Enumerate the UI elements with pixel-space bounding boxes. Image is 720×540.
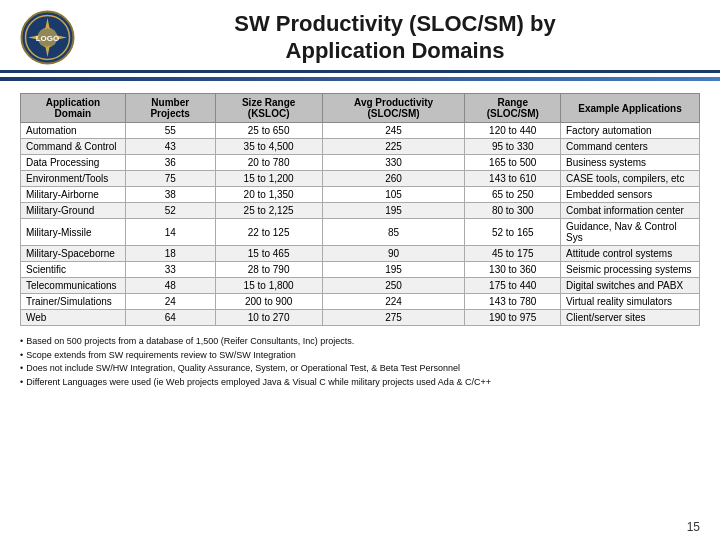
table-cell: Military-Ground [21,203,126,219]
table-cell: Web [21,310,126,326]
table-cell: Military-Missile [21,219,126,246]
table-row: Data Processing3620 to 780330165 to 500B… [21,155,700,171]
footnote-line: •Scope extends from SW requirements revi… [20,349,700,363]
table-cell: 20 to 1,350 [215,187,322,203]
table-cell: 38 [125,187,215,203]
table-cell: 15 to 1,800 [215,278,322,294]
table-row: Scientific3328 to 790195130 to 360Seismi… [21,262,700,278]
table-cell: Military-Spaceborne [21,246,126,262]
table-cell: 33 [125,262,215,278]
footnotes-section: •Based on 500 projects from a database o… [0,330,720,393]
table-row: Military-Spaceborne1815 to 4659045 to 17… [21,246,700,262]
productivity-table: Application Domain Number Projects Size … [20,93,700,326]
table-cell: 28 to 790 [215,262,322,278]
table-cell: 10 to 270 [215,310,322,326]
table-cell: 64 [125,310,215,326]
table-section: Application Domain Number Projects Size … [0,85,720,330]
table-cell: 260 [322,171,465,187]
table-cell: 65 to 250 [465,187,561,203]
table-cell: 85 [322,219,465,246]
title-block: SW Productivity (SLOC/SM) by Application… [90,11,700,64]
table-cell: 95 to 330 [465,139,561,155]
table-row: Military-Missile1422 to 1258552 to 165Gu… [21,219,700,246]
col-header-examples: Example Applications [561,94,700,123]
bullet-icon: • [20,335,23,349]
footnote-text: Different Languages were used (ie Web pr… [26,376,491,390]
col-header-projects: Number Projects [125,94,215,123]
table-cell: Virtual reality simulators [561,294,700,310]
table-cell: Trainer/Simulations [21,294,126,310]
table-header-row: Application Domain Number Projects Size … [21,94,700,123]
table-cell: 143 to 610 [465,171,561,187]
table-cell: Data Processing [21,155,126,171]
table-cell: 195 [322,262,465,278]
table-cell: 15 to 465 [215,246,322,262]
table-cell: 25 to 650 [215,123,322,139]
footnote-line: •Different Languages were used (ie Web p… [20,376,700,390]
table-cell: 22 to 125 [215,219,322,246]
table-row: Telecommunications4815 to 1,800250175 to… [21,278,700,294]
table-cell: 190 to 975 [465,310,561,326]
table-cell: Scientific [21,262,126,278]
table-cell: 80 to 300 [465,203,561,219]
table-cell: Client/server sites [561,310,700,326]
table-cell: 55 [125,123,215,139]
col-header-size: Size Range (KSLOC) [215,94,322,123]
table-cell: 175 to 440 [465,278,561,294]
table-row: Command & Control4335 to 4,50022595 to 3… [21,139,700,155]
table-cell: Combat information center [561,203,700,219]
table-cell: 25 to 2,125 [215,203,322,219]
table-row: Web6410 to 270275190 to 975Client/server… [21,310,700,326]
bullet-icon: • [20,362,23,376]
table-cell: Digital switches and PABX [561,278,700,294]
table-cell: 245 [322,123,465,139]
page-header: LOGO SW Productivity (SLOC/SM) by Applic… [0,0,720,73]
table-row: Military-Airborne3820 to 1,35010565 to 2… [21,187,700,203]
footnote-text: Does not include SW/HW Integration, Qual… [26,362,460,376]
table-cell: 45 to 175 [465,246,561,262]
table-cell: 250 [322,278,465,294]
footnote-line: •Based on 500 projects from a database o… [20,335,700,349]
table-cell: 15 to 1,200 [215,171,322,187]
table-cell: 52 [125,203,215,219]
table-cell: Environment/Tools [21,171,126,187]
footnote-text: Based on 500 projects from a database of… [26,335,354,349]
bullet-icon: • [20,376,23,390]
table-row: Environment/Tools7515 to 1,200260143 to … [21,171,700,187]
table-cell: 330 [322,155,465,171]
table-cell: 75 [125,171,215,187]
col-header-domain: Application Domain [21,94,126,123]
table-cell: 105 [322,187,465,203]
table-cell: 275 [322,310,465,326]
table-cell: Factory automation [561,123,700,139]
table-cell: 120 to 440 [465,123,561,139]
table-cell: 35 to 4,500 [215,139,322,155]
svg-text:LOGO: LOGO [36,34,60,43]
table-cell: 195 [322,203,465,219]
table-cell: Business systems [561,155,700,171]
logo: LOGO [20,10,75,65]
table-cell: 52 to 165 [465,219,561,246]
table-cell: 90 [322,246,465,262]
col-header-range: Range (SLOC/SM) [465,94,561,123]
table-cell: Telecommunications [21,278,126,294]
table-cell: Military-Airborne [21,187,126,203]
table-cell: 143 to 780 [465,294,561,310]
table-cell: 36 [125,155,215,171]
table-cell: 130 to 360 [465,262,561,278]
page-title: SW Productivity (SLOC/SM) by Application… [90,11,700,64]
table-cell: Command centers [561,139,700,155]
table-cell: 24 [125,294,215,310]
footnote-line: •Does not include SW/HW Integration, Qua… [20,362,700,376]
accent-bar [0,77,720,81]
table-cell: 43 [125,139,215,155]
bullet-icon: • [20,349,23,363]
table-row: Trainer/Simulations24200 to 900224143 to… [21,294,700,310]
col-header-avg-prod: Avg Productivity (SLOC/SM) [322,94,465,123]
footnote-text: Scope extends from SW requirements revie… [26,349,296,363]
table-cell: CASE tools, compilers, etc [561,171,700,187]
table-cell: 200 to 900 [215,294,322,310]
table-row: Military-Ground5225 to 2,12519580 to 300… [21,203,700,219]
table-cell: Embedded sensors [561,187,700,203]
table-cell: 48 [125,278,215,294]
